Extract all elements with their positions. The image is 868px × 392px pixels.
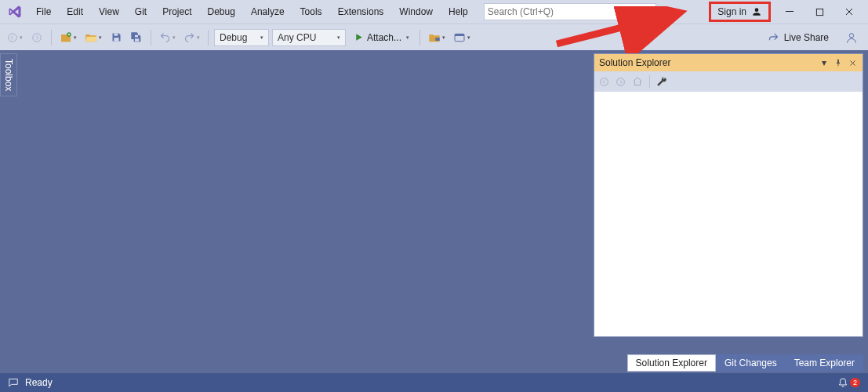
status-ready-label: Ready: [25, 377, 53, 388]
menu-file[interactable]: File: [28, 3, 59, 20]
svg-rect-11: [455, 34, 464, 36]
window-minimize-button[interactable]: [775, 0, 804, 24]
se-forward-icon[interactable]: [616, 77, 626, 87]
toolbar-separator: [151, 30, 151, 45]
solution-explorer-tree[interactable]: [594, 92, 863, 336]
standard-toolbar: ▾ ▾ ▾ ▾ ▾ Debug▾ Any CPU▾ Attach...▾ ▾ ▾…: [0, 24, 868, 50]
menu-edit[interactable]: Edit: [59, 3, 91, 20]
toolbox-tab[interactable]: Toolbox: [0, 53, 17, 96]
menu-debug[interactable]: Debug: [200, 3, 243, 20]
start-attach-button[interactable]: Attach...▾: [349, 28, 414, 47]
solution-explorer-title: Solution Explorer: [599, 57, 670, 68]
redo-button[interactable]: ▾: [181, 28, 202, 47]
svg-rect-9: [435, 38, 439, 41]
svg-rect-6: [114, 38, 118, 41]
menu-tools[interactable]: Tools: [292, 3, 330, 20]
toolbar-separator: [419, 30, 420, 45]
svg-point-14: [617, 78, 625, 85]
live-share-label: Live Share: [784, 32, 829, 43]
solution-explorer-toolbar: [594, 71, 863, 92]
configuration-combo[interactable]: Debug▾: [214, 29, 269, 46]
panel-dropdown-icon[interactable]: ▾: [819, 57, 830, 68]
svg-rect-0: [786, 11, 794, 12]
sign-in-button[interactable]: Sign in: [709, 2, 771, 22]
toolbar-separator: [208, 30, 209, 45]
search-input[interactable]: [488, 6, 641, 17]
platform-value: Any CPU: [278, 32, 316, 43]
user-icon: [751, 6, 762, 17]
toolbar-separator: [649, 75, 650, 88]
notifications-button[interactable]: 2: [837, 377, 860, 388]
se-back-icon[interactable]: [599, 77, 609, 87]
vs-logo-icon: [6, 3, 24, 20]
undo-button[interactable]: ▾: [157, 28, 178, 47]
window-maximize-button[interactable]: [805, 0, 833, 24]
platform-combo[interactable]: Any CPU▾: [272, 29, 346, 46]
attach-label: Attach...: [367, 32, 401, 43]
search-box[interactable]: [484, 3, 656, 20]
window-close-button[interactable]: [835, 0, 863, 24]
play-icon: [354, 32, 364, 42]
bell-icon: [837, 377, 848, 388]
pin-icon[interactable]: [833, 57, 844, 68]
editor-area: Toolbox Solution Explorer ▾: [0, 50, 868, 373]
menu-project[interactable]: Project: [154, 3, 199, 20]
se-home-icon[interactable]: [632, 76, 643, 87]
svg-rect-7: [135, 34, 138, 37]
search-icon: [641, 6, 652, 17]
menu-git[interactable]: Git: [127, 3, 154, 20]
tab-git-changes[interactable]: Git Changes: [716, 354, 786, 372]
notification-count-badge: 2: [850, 378, 860, 387]
tab-team-explorer[interactable]: Team Explorer: [786, 354, 863, 372]
solution-explorer-panel: Solution Explorer ▾: [594, 53, 863, 337]
panel-tabs: Solution Explorer Git Changes Team Explo…: [627, 354, 863, 372]
menu-extensions[interactable]: Extensions: [330, 3, 392, 20]
tab-solution-explorer[interactable]: Solution Explorer: [627, 354, 716, 372]
toolbar-separator: [51, 30, 52, 45]
svg-point-2: [9, 33, 17, 42]
folder-view-button[interactable]: ▾: [426, 28, 448, 47]
window-controls-area: Sign in: [709, 0, 863, 24]
feedback-button[interactable]: [840, 31, 863, 44]
se-properties-icon[interactable]: [656, 76, 667, 87]
live-share-button[interactable]: Live Share: [760, 31, 837, 43]
share-icon: [768, 31, 779, 43]
menu-view[interactable]: View: [91, 3, 127, 20]
open-file-button[interactable]: ▾: [82, 28, 104, 47]
svg-point-13: [601, 78, 608, 85]
comment-icon: [8, 377, 19, 388]
close-icon[interactable]: [847, 57, 858, 68]
new-project-button[interactable]: ▾: [57, 28, 79, 47]
svg-rect-8: [135, 38, 139, 41]
menu-window[interactable]: Window: [391, 3, 441, 20]
svg-rect-5: [114, 34, 118, 36]
menu-analyze[interactable]: Analyze: [243, 3, 292, 20]
menu-bar: File Edit View Git Project Debug Analyze…: [0, 0, 868, 24]
menu-help[interactable]: Help: [441, 3, 476, 20]
status-bar: Ready 2: [0, 373, 868, 392]
solution-explorer-titlebar[interactable]: Solution Explorer ▾: [594, 54, 863, 71]
nav-forward-button[interactable]: [28, 28, 45, 47]
nav-back-button[interactable]: ▾: [5, 28, 25, 47]
svg-rect-1: [816, 9, 823, 15]
svg-point-3: [33, 33, 42, 42]
save-button[interactable]: [107, 28, 125, 47]
svg-point-12: [849, 33, 853, 37]
git-button[interactable]: ▾: [451, 28, 473, 47]
sign-in-label: Sign in: [717, 6, 746, 17]
configuration-value: Debug: [220, 32, 247, 43]
save-all-button[interactable]: [128, 28, 145, 47]
